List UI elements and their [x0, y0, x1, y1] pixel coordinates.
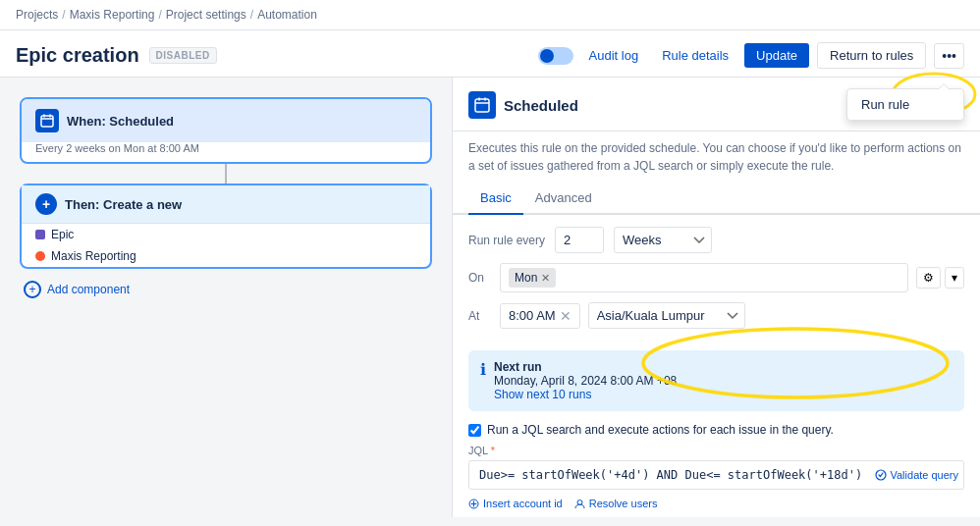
on-row: On Mon ✕ ⚙ ▾ [468, 263, 964, 292]
dropdown-arrow-inner [939, 84, 949, 89]
day-chip-remove[interactable]: ✕ [541, 272, 550, 285]
day-settings-icon[interactable]: ⚙ [916, 267, 941, 289]
trigger-node-header: When: Scheduled [22, 99, 430, 142]
form-section: Run rule every Weeks Minutes Hours Days … [453, 215, 980, 350]
next-run-box: ℹ Next run Monday, April 8, 2024 8:00 AM… [468, 350, 964, 411]
run-every-row: Run rule every Weeks Minutes Hours Days … [468, 227, 964, 253]
action-node-header: + Then: Create a new [22, 185, 430, 224]
breadcrumb-automation[interactable]: Automation [257, 8, 317, 22]
epic-row: Epic [22, 224, 430, 245]
time-value: 8:00 AM [509, 308, 556, 323]
action-plus-icon: + [35, 193, 57, 215]
on-settings: ⚙ ▾ [916, 267, 964, 289]
sep1: / [62, 8, 65, 22]
info-icon: ℹ [480, 360, 486, 401]
panel-tabs: Basic Advanced [453, 183, 980, 215]
breadcrumb-project-settings[interactable]: Project settings [166, 8, 246, 22]
action-title: Then: Create a new [65, 197, 182, 212]
svg-rect-1 [475, 99, 489, 112]
panel-title: Scheduled [504, 97, 578, 114]
jql-checkbox-row: Run a JQL search and execute actions for… [468, 423, 964, 437]
day-chip: Mon ✕ [509, 268, 556, 288]
project-label: Maxis Reporting [51, 249, 136, 263]
sep2: / [158, 8, 161, 22]
show-next-runs-link[interactable]: Show next 10 runs [494, 388, 591, 401]
timezone-select[interactable]: Asia/Kuala Lumpur [588, 302, 745, 329]
resolve-users-button[interactable]: Resolve users [574, 498, 658, 509]
header-actions: Audit log Rule details Update Return to … [538, 42, 964, 69]
insert-account-button[interactable]: Insert account id [468, 498, 563, 509]
run-rule-menu-item[interactable]: Run rule [847, 89, 963, 120]
trigger-node[interactable]: When: Scheduled Every 2 weeks on Mon at … [20, 97, 432, 164]
breadcrumb: Projects / Maxis Reporting / Project set… [0, 0, 980, 30]
epic-label: Epic [51, 228, 74, 241]
panel-description: Executes this rule on the provided sched… [453, 132, 980, 183]
project-row: Maxis Reporting [22, 245, 430, 267]
breadcrumb-projects[interactable]: Projects [16, 8, 58, 22]
dropdown-menu: Run rule [846, 88, 964, 121]
return-to-rules-button[interactable]: Return to rules [817, 42, 926, 69]
status-badge: DISABLED [149, 47, 217, 64]
panel-schedule-icon [468, 91, 496, 119]
at-row: At 8:00 AM ✕ Asia/Kuala Lumpur [468, 302, 964, 329]
jql-checkbox-label: Run a JQL search and execute actions for… [487, 423, 834, 437]
day-chip-value: Mon [515, 271, 537, 285]
interval-unit-select[interactable]: Weeks Minutes Hours Days Months [614, 227, 712, 253]
project-dot [35, 251, 45, 261]
add-component[interactable]: + Add component [24, 281, 432, 298]
jql-helpers: Insert account id Resolve users [468, 498, 964, 509]
rule-details-button[interactable]: Rule details [654, 44, 736, 67]
on-label: On [468, 271, 492, 285]
time-input-wrap: 8:00 AM ✕ [500, 303, 580, 329]
trigger-subtitle: Every 2 weeks on Mon at 8:00 AM [22, 142, 430, 162]
add-component-label: Add component [47, 283, 130, 296]
jql-input-wrap: Validate query [468, 460, 964, 490]
jql-checkbox[interactable] [468, 424, 481, 437]
action-node[interactable]: + Then: Create a new Epic Maxis Reportin… [20, 184, 432, 269]
right-panel: Scheduled Executes this rule on the prov… [452, 78, 980, 517]
more-options-button[interactable]: ••• [934, 43, 964, 69]
epic-dot [35, 230, 45, 239]
next-run-label: Next run [494, 360, 542, 374]
connector-line [225, 164, 227, 184]
time-clear-button[interactable]: ✕ [560, 308, 572, 324]
update-button[interactable]: Update [744, 43, 809, 68]
page-header: Epic creation DISABLED Audit log Rule de… [0, 30, 980, 78]
schedule-icon [35, 109, 59, 132]
interval-input[interactable] [555, 227, 604, 253]
add-component-plus-icon: + [24, 281, 41, 298]
next-run-content: Next run Monday, April 8, 2024 8:00 AM +… [494, 360, 677, 401]
trigger-title: When: Scheduled [67, 114, 174, 129]
at-label: At [468, 309, 492, 323]
main-content: When: Scheduled Every 2 weeks on Mon at … [0, 78, 980, 517]
svg-rect-0 [41, 116, 53, 127]
next-run-date: Monday, April 8, 2024 8:00 AM +08 [494, 374, 677, 388]
required-star: * [491, 445, 495, 456]
run-every-label: Run rule every [468, 234, 545, 247]
page-title: Epic creation [16, 44, 139, 67]
jql-field-label: JQL * [468, 445, 964, 456]
sep3: / [250, 8, 253, 22]
jql-section: Run a JQL search and execute actions for… [453, 423, 980, 517]
tab-advanced[interactable]: Advanced [523, 183, 604, 215]
canvas-area: When: Scheduled Every 2 weeks on Mon at … [0, 78, 452, 517]
tab-basic[interactable]: Basic [468, 183, 523, 215]
audit-log-button[interactable]: Audit log [581, 44, 647, 67]
toggle-switch[interactable] [538, 47, 573, 65]
breadcrumb-maxis[interactable]: Maxis Reporting [70, 8, 155, 22]
day-dropdown-icon[interactable]: ▾ [945, 267, 964, 289]
validate-query-button[interactable]: Validate query [875, 469, 958, 481]
